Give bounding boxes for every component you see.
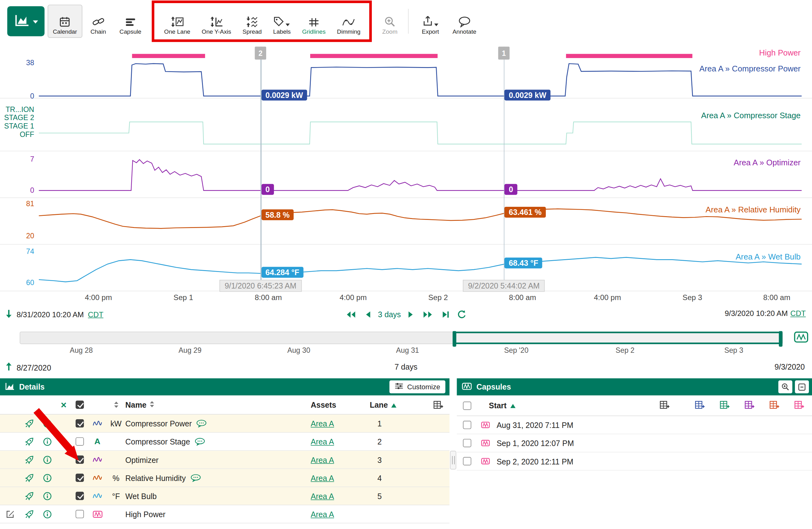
details-row-high-power[interactable]: High PowerArea A [0,505,449,524]
series-label-compressor-stage[interactable]: Area A » Compressor Stage [701,111,800,120]
timebar-capsule-button[interactable] [793,331,809,345]
timebar-selection[interactable] [454,331,781,344]
item-checkbox[interactable] [76,455,84,464]
cursor-1[interactable] [261,47,261,291]
sort-icon[interactable] [150,400,154,409]
toolbar-one-y-axis-button[interactable]: One Y-Axis [197,5,236,38]
step-back-button[interactable] [363,310,372,319]
step-forward-fast-button[interactable] [421,310,435,319]
extend-investigate-arrow-icon[interactable] [5,362,13,372]
step-back-fast-button[interactable] [345,310,358,319]
trend-rocket-icon[interactable] [25,473,33,482]
details-row-relative-humidity[interactable]: %Relative HumidityArea A4 [0,469,449,487]
add-stat-column-icon[interactable] [795,400,804,409]
add-stat-column-icon[interactable] [720,400,730,409]
remove-all-icon[interactable]: × [61,400,67,410]
series-label-wet-bulb[interactable]: Area A » Wet Bulb [736,252,801,262]
trend-rocket-icon[interactable] [25,455,33,464]
collapse-panel-button[interactable] [795,380,809,393]
series-label-high-power[interactable]: High Power [759,48,800,58]
toolbar-dimming-button[interactable]: Dimming [332,5,366,38]
info-icon[interactable] [43,437,52,446]
series-label-compressor-power[interactable]: Area A » Compressor Power [699,64,801,74]
add-stat-column-icon[interactable] [770,400,780,409]
auto-update-button[interactable] [456,310,468,319]
info-icon[interactable] [43,419,52,428]
add-column-icon[interactable] [397,400,449,409]
capsule-checkbox[interactable] [463,439,471,447]
add-stat-column-icon[interactable] [745,400,755,409]
item-checkbox[interactable] [76,510,84,518]
capsule-row-2[interactable]: Sep 2, 2020 12:11 PM [456,452,812,470]
add-stat-column-icon[interactable] [695,400,705,409]
details-row-wet-bulb[interactable]: °FWet BulbArea A5 [0,487,449,505]
step-forward-button[interactable] [406,310,415,319]
workbench-logo-button[interactable] [7,6,45,36]
asset-link[interactable]: Area A [311,491,363,500]
toolbar-labels-button[interactable]: Labels [268,5,296,38]
zoom-to-capsule-button[interactable] [778,380,792,393]
trend-rocket-icon[interactable] [25,419,33,428]
toolbar-export-button[interactable]: Export [417,5,444,38]
select-all-checkbox[interactable] [76,400,84,409]
toolbar-chain-button[interactable]: Chain [85,5,111,38]
item-checkbox[interactable] [76,419,84,428]
select-all-capsules-checkbox[interactable] [463,401,471,410]
asset-link[interactable]: Area A [311,455,363,464]
annotation-bubble-icon[interactable] [197,419,207,427]
x-axis: 4:00 pmSep 18:00 am4:00 pmSep 28:00 am4:… [0,293,812,305]
toolbar-capsule-button[interactable]: Capsule [114,5,146,38]
toolbar-gridlines-button[interactable]: Gridlines [297,5,331,38]
details-row-compressor-power[interactable]: kWCompressor PowerArea A1 [0,415,449,433]
trend-rocket-icon[interactable] [25,437,33,446]
customize-button[interactable]: Customize [390,380,446,393]
panel-splitter[interactable] [449,378,456,529]
splitter-handle-icon[interactable] [450,451,456,469]
capsule-checkbox[interactable] [463,421,471,429]
investigate-timebar[interactable] [20,331,783,344]
annotation-bubble-icon[interactable] [190,474,201,482]
toolbar-calendar-button[interactable]: Calendar [48,5,82,38]
add-column-icon[interactable] [660,400,670,411]
capsule-checkbox[interactable] [463,457,471,466]
toolbar-spread-button[interactable]: Spread [237,5,267,38]
trend-rocket-icon[interactable] [25,491,33,500]
details-row-optimizer[interactable]: OptimizerArea A3 [0,451,449,469]
sort-column-icon[interactable] [106,401,125,408]
info-icon[interactable] [43,455,52,464]
step-to-end-button[interactable] [440,310,450,319]
info-icon[interactable] [43,510,52,518]
annotation-bubble-icon[interactable] [195,438,205,445]
series-label-relative-humidity[interactable]: Area A » Relative Humidity [706,205,801,215]
toolbar-one-lane-button[interactable]: One Lane [159,5,195,38]
journal-edit-icon[interactable] [5,510,14,518]
asset-link[interactable]: Area A [311,510,363,518]
capsule-row-0[interactable]: Aug 31, 2020 7:11 PM [456,416,812,434]
info-icon[interactable] [43,491,52,500]
toolbar-annotate-button[interactable]: Annotate [447,5,482,38]
assets-column-header[interactable]: Assets [311,400,363,409]
timezone-link[interactable]: CDT [791,310,806,318]
cursor-2[interactable] [504,47,504,291]
capsule-row-1[interactable]: Sep 1, 2020 12:07 PM [456,434,812,452]
asset-link[interactable]: Area A [311,437,363,446]
trend-chart[interactable]: 380Area A » Compressor PowerTR...IONSTAG… [0,45,812,291]
duration-label[interactable]: 3 days [378,310,401,318]
name-column-header[interactable]: Name [125,400,146,409]
series-label-optimizer[interactable]: Area A » Optimizer [734,158,801,168]
timezone-link[interactable]: CDT [88,310,103,319]
lane-column-header[interactable]: Lane [370,400,388,409]
item-checkbox[interactable] [76,492,84,500]
x-tick-label: Sep 3 [683,293,702,302]
start-column-header[interactable]: Start [489,401,507,410]
info-icon[interactable] [43,473,52,482]
item-checkbox[interactable] [76,437,84,446]
trend-rocket-icon[interactable] [25,510,33,518]
item-checkbox[interactable] [76,473,84,482]
y-axis-label: STAGE 2 [0,114,34,122]
asset-link[interactable]: Area A [311,473,363,482]
asset-link[interactable]: Area A [311,419,363,428]
toolbar-zoom-button[interactable]: Zoom [377,5,403,38]
extend-start-arrow-icon[interactable] [5,310,13,320]
details-row-compressor-stage[interactable]: ACompressor StageArea A2 [0,433,449,451]
